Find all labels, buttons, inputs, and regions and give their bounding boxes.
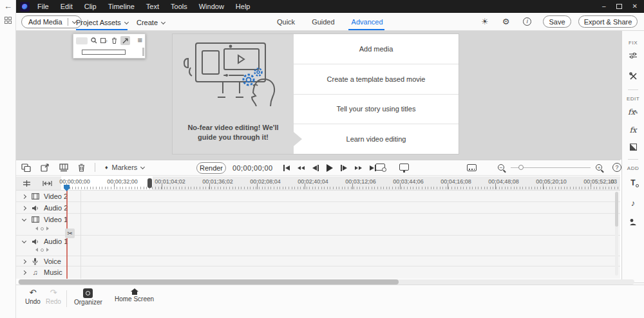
- add-keyframe-icon[interactable]: [41, 227, 44, 230]
- add-media-button[interactable]: Add Media: [21, 15, 82, 28]
- track-voice[interactable]: Voice: [16, 256, 620, 267]
- trash-icon[interactable]: [111, 37, 117, 44]
- chevron-right-icon[interactable]: [21, 195, 26, 198]
- marker-icon: ♦: [105, 164, 108, 171]
- info-icon[interactable]: i: [523, 17, 531, 26]
- play-button[interactable]: [327, 164, 333, 172]
- chevron-right-icon[interactable]: [21, 207, 26, 210]
- timeline-ruler[interactable]: 00;00;00;00 00;00;32;00 00;01;04;02 00;0…: [16, 176, 620, 191]
- close-icon[interactable]: ✕: [632, 3, 638, 10]
- transitions-icon[interactable]: [630, 144, 637, 151]
- brightness-icon[interactable]: ☀: [481, 17, 489, 26]
- minimize-icon[interactable]: –: [602, 3, 606, 10]
- media-type-icon[interactable]: ♪: [100, 37, 108, 44]
- search-icon[interactable]: [91, 37, 97, 44]
- effects-icon[interactable]: fx: [629, 126, 636, 135]
- project-assets-dropdown[interactable]: Project Assets: [76, 19, 128, 26]
- frame-back-button[interactable]: [312, 165, 319, 171]
- chevron-down-icon[interactable]: [21, 241, 26, 243]
- option-learn-editing[interactable]: Learn video editing: [294, 124, 459, 154]
- tracks-vertical-scrollbar[interactable]: [615, 192, 618, 276]
- tools-sidebar: FIX EDIT fx✎ fx ADD T ♪: [621, 31, 644, 283]
- menu-tools[interactable]: Tools: [171, 3, 187, 10]
- storyboard-icon[interactable]: [59, 164, 68, 172]
- export-share-button[interactable]: Export & Share: [578, 15, 638, 28]
- flyout-list-area: [73, 47, 145, 58]
- render-button[interactable]: Render: [196, 162, 226, 174]
- chevron-down-icon[interactable]: [21, 219, 26, 221]
- work-area-end-handle[interactable]: [147, 178, 152, 188]
- tab-advanced[interactable]: Advanced: [352, 18, 383, 26]
- menu-window[interactable]: Window: [199, 3, 224, 10]
- add-keyframe-icon[interactable]: [41, 248, 44, 252]
- preview-monitor-icon[interactable]: [375, 164, 385, 171]
- flyout-toolbar: ♪ ≡: [73, 34, 145, 47]
- fix-tools-icon[interactable]: [629, 72, 638, 80]
- track-music[interactable]: ♫ Music: [16, 267, 620, 278]
- home-screen-button[interactable]: Home Screen: [115, 288, 154, 303]
- markers-dropdown[interactable]: ♦ Markers: [105, 164, 144, 171]
- timeline-view-icon[interactable]: [467, 164, 477, 171]
- prev-keyframe-icon[interactable]: [35, 248, 38, 252]
- redo-button[interactable]: ↷ Redo: [46, 288, 61, 305]
- prev-keyframe-icon[interactable]: [35, 227, 38, 230]
- undo-button[interactable]: ↶ Undo: [25, 288, 41, 305]
- option-template-movie[interactable]: Create a template based movie: [294, 64, 459, 95]
- chevron-right-icon[interactable]: [21, 271, 26, 274]
- track-video-1[interactable]: Video 1: [16, 214, 620, 236]
- overlay-clips-icon[interactable]: [21, 164, 31, 172]
- fast-forward-button[interactable]: [355, 166, 362, 170]
- scrollbar-thumb[interactable]: [19, 279, 399, 285]
- panel-menu-icon[interactable]: ≡: [137, 37, 142, 44]
- track-name: Video 1: [44, 216, 68, 223]
- blank-button[interactable]: [76, 37, 88, 44]
- menu-file[interactable]: File: [37, 3, 49, 10]
- help-icon[interactable]: ?: [612, 163, 621, 172]
- timeline-horizontal-scrollbar[interactable]: [18, 279, 634, 285]
- tab-guided[interactable]: Guided: [312, 18, 334, 26]
- trash-icon[interactable]: [78, 164, 85, 172]
- chevron-right-icon[interactable]: [21, 260, 26, 263]
- keyframe-controls[interactable]: [35, 227, 49, 230]
- split-clip-scissors-button[interactable]: ✂: [65, 229, 75, 238]
- back-arrow-icon[interactable]: ←: [4, 1, 12, 11]
- go-to-start-button[interactable]: [283, 165, 290, 171]
- next-keyframe-icon[interactable]: [46, 248, 49, 252]
- pin-button[interactable]: [120, 36, 130, 45]
- menu-help[interactable]: Help: [236, 3, 251, 10]
- organizer-button[interactable]: Organizer: [74, 288, 102, 306]
- rewind-button[interactable]: [298, 166, 305, 170]
- option-add-media[interactable]: Add media: [294, 34, 459, 64]
- menu-clip[interactable]: Clip: [84, 3, 97, 10]
- settings-gear-icon[interactable]: ⚙: [502, 17, 510, 26]
- frame-forward-button[interactable]: [341, 165, 347, 171]
- adjust-icon[interactable]: [629, 51, 638, 59]
- flyout-scrollbar[interactable]: [142, 48, 144, 56]
- fit-timeline-icon[interactable]: [43, 180, 52, 187]
- zoom-in-icon[interactable]: +: [596, 164, 602, 171]
- track-audio-1[interactable]: Audio 1: [16, 236, 620, 256]
- option-story-titles[interactable]: Tell your story using titles: [294, 95, 459, 125]
- menu-text[interactable]: Text: [146, 3, 159, 10]
- app-grid-icon[interactable]: [5, 17, 12, 24]
- track-audio-2[interactable]: Audio 2: [16, 202, 620, 214]
- titles-icon[interactable]: T: [630, 178, 635, 187]
- save-button[interactable]: Save: [543, 15, 571, 28]
- export-frame-icon[interactable]: [41, 164, 50, 172]
- tab-quick[interactable]: Quick: [277, 18, 295, 26]
- dual-monitor-icon[interactable]: [399, 164, 409, 171]
- zoom-slider-knob[interactable]: [518, 165, 524, 170]
- menu-timeline[interactable]: Timeline: [108, 3, 135, 10]
- track-height-icon[interactable]: [23, 180, 31, 187]
- menu-edit[interactable]: Edit: [61, 3, 73, 10]
- music-icon[interactable]: ♪: [631, 198, 636, 208]
- maximize-icon[interactable]: [616, 4, 622, 9]
- graphics-icon[interactable]: [629, 218, 637, 226]
- zoom-out-icon[interactable]: −: [498, 164, 504, 171]
- timeline-zoom-slider[interactable]: [511, 167, 591, 168]
- keyframe-controls[interactable]: [35, 248, 49, 252]
- applied-effects-icon[interactable]: fx✎: [628, 108, 638, 117]
- create-dropdown[interactable]: Create: [137, 19, 165, 26]
- track-video-2[interactable]: Video 2: [16, 191, 620, 202]
- next-keyframe-icon[interactable]: [46, 227, 49, 230]
